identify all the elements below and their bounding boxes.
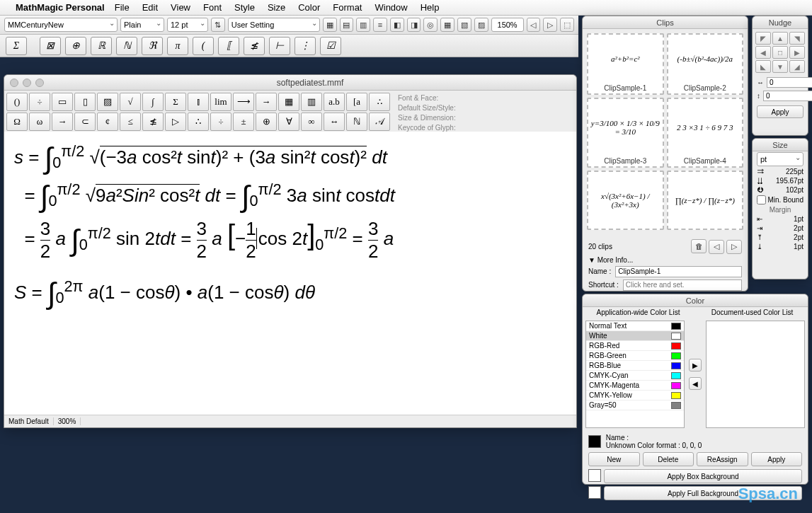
palette-btn-29[interactable]: ∀	[278, 113, 299, 131]
titlebar[interactable]: softpediatest.mmf	[4, 75, 576, 91]
nudge-h[interactable]	[767, 77, 812, 88]
app-color-list[interactable]: Normal TextWhiteRGB-RedRGB-GreenRGB-Blue…	[585, 321, 685, 428]
palette-btn-33[interactable]: 𝒜	[369, 113, 390, 131]
palette-btn-19[interactable]: →	[52, 113, 73, 131]
palette-btn-9[interactable]: lim	[210, 93, 231, 111]
tb-b[interactable]: ▤	[340, 18, 354, 32]
app-name[interactable]: MathMagic Personal	[16, 2, 105, 13]
color-row-6[interactable]: CMYK-Magenta	[586, 381, 684, 391]
menu-style[interactable]: Style	[234, 2, 255, 13]
palette-btn-4[interactable]: ▨	[97, 93, 118, 111]
color-apply[interactable]: Apply	[751, 452, 803, 466]
palette-btn-30[interactable]: ∞	[301, 113, 322, 131]
palette-btn-26[interactable]: ÷	[210, 113, 231, 131]
palette-btn-22[interactable]: ≤	[120, 113, 141, 131]
sym-7[interactable]: (	[193, 37, 214, 55]
palette-btn-20[interactable]: ⊂	[74, 113, 96, 131]
tb-e[interactable]: ◧	[390, 18, 404, 32]
tb-l[interactable]: ▷	[543, 18, 557, 32]
palette-btn-28[interactable]: ⊕	[256, 113, 277, 131]
tb-f[interactable]: ◨	[407, 18, 421, 32]
tb-j[interactable]: ▨	[474, 18, 488, 32]
nudge-se[interactable]: ◢	[789, 60, 805, 73]
menu-help[interactable]: Help	[421, 2, 440, 13]
palette-btn-15[interactable]: [a	[346, 93, 367, 111]
palette-btn-21[interactable]: ¢	[97, 113, 118, 131]
palette-btn-12[interactable]: ▦	[278, 93, 299, 111]
palette-btn-2[interactable]: ▭	[52, 93, 73, 111]
palette-btn-1[interactable]: ÷	[29, 93, 50, 111]
palette-btn-27[interactable]: ±	[233, 113, 254, 131]
palette-btn-11[interactable]: →	[256, 93, 277, 111]
palette-btn-7[interactable]: Σ	[165, 93, 186, 111]
color-reassign[interactable]: ReAssign	[697, 452, 748, 466]
sym-12[interactable]: ☑	[320, 37, 341, 55]
nudge-e[interactable]: ▶	[789, 46, 805, 59]
clip-name-input[interactable]	[615, 266, 742, 277]
sym-11[interactable]: ⋮	[295, 37, 316, 55]
color-row-0[interactable]: Normal Text	[586, 321, 684, 331]
next-icon[interactable]: ▷	[726, 240, 742, 254]
palette-btn-8[interactable]: ⫿	[188, 93, 209, 111]
minimize-icon[interactable]	[23, 79, 31, 87]
full-swatch[interactable]	[588, 486, 601, 499]
minbound-check[interactable]	[757, 195, 766, 204]
stepper[interactable]: ⇅	[211, 18, 225, 32]
tb-h[interactable]: ▦	[440, 18, 454, 32]
trash-icon[interactable]: 🗑	[691, 239, 707, 253]
size-unit[interactable]: pt	[757, 152, 804, 166]
palette-btn-6[interactable]: ∫	[142, 93, 164, 111]
nudge-sw[interactable]: ◣	[755, 60, 771, 73]
clip-shortcut-input[interactable]	[623, 279, 742, 291]
clip-item-1[interactable]: (-b±√(b²-4ac))/2aClipSample-2	[667, 33, 744, 95]
sym-5[interactable]: ℜ	[142, 37, 163, 55]
nudge-nw[interactable]: ◤	[755, 32, 771, 45]
style-select[interactable]: Plain	[120, 18, 164, 32]
sym-10[interactable]: ⊢	[269, 37, 290, 55]
sym-0[interactable]: Σ	[6, 37, 27, 55]
zoom-icon[interactable]	[35, 79, 44, 87]
palette-btn-23[interactable]: ≰	[142, 113, 164, 131]
nudge-w[interactable]: ◀	[755, 46, 771, 59]
menu-view[interactable]: View	[171, 2, 190, 13]
apply-box-bg[interactable]: Apply Box Background	[604, 469, 802, 483]
close-icon[interactable]	[10, 79, 18, 87]
clips-more[interactable]: ▼ More Info...	[588, 256, 633, 264]
nudge-s[interactable]: ▼	[772, 60, 788, 73]
sym-6[interactable]: π	[167, 37, 188, 55]
tb-m[interactable]: ⬚	[560, 18, 574, 32]
palette-btn-3[interactable]: ▯	[74, 93, 96, 111]
clip-item-4[interactable]: x√(3x²+6x−1) / (3x²+3x)	[587, 171, 664, 230]
menu-size[interactable]: Size	[268, 2, 285, 13]
sym-9[interactable]: ≰	[244, 37, 265, 55]
equation-editor[interactable]: s = ∫0π/2 √(−3a cos²t sint)² + (3a sin²t…	[4, 132, 576, 415]
menu-color[interactable]: Color	[298, 2, 320, 13]
tb-d[interactable]: ≡	[373, 18, 387, 32]
nudge-apply[interactable]: Apply	[757, 105, 804, 118]
color-row-1[interactable]: White	[586, 331, 684, 341]
palette-btn-16[interactable]: ⛬	[369, 93, 390, 111]
zoom-input[interactable]	[491, 18, 524, 32]
palette-btn-5[interactable]: √	[120, 93, 141, 111]
color-row-5[interactable]: CMYK-Cyan	[586, 371, 684, 381]
clip-item-3[interactable]: 2 3 ×3 1 ÷ 6 9 7 3ClipSample-4	[667, 98, 744, 168]
font-select[interactable]: MMCenturyNew	[4, 18, 118, 32]
palette-btn-32[interactable]: ℕ	[346, 113, 367, 131]
size-select[interactable]: 12 pt	[167, 18, 208, 32]
menu-edit[interactable]: Edit	[142, 2, 158, 13]
palette-btn-0[interactable]: ()	[6, 93, 28, 111]
nudge-ne[interactable]: ◥	[789, 32, 805, 45]
sym-4[interactable]: ℕ	[116, 37, 137, 55]
tb-i[interactable]: ▧	[457, 18, 471, 32]
tb-k[interactable]: ◁	[527, 18, 541, 32]
palette-btn-25[interactable]: ∴	[188, 113, 209, 131]
doc-color-list[interactable]	[706, 321, 805, 428]
sym-8[interactable]: ⟦	[218, 37, 239, 55]
move-left-icon[interactable]: ◀	[689, 377, 702, 390]
tb-a[interactable]: ▦	[323, 18, 337, 32]
color-row-8[interactable]: Gray=50	[586, 400, 684, 410]
clip-item-2[interactable]: y=3/100 × 1/3 × 10/9 = 3/10ClipSample-3	[587, 98, 664, 168]
color-delete[interactable]: Delete	[643, 452, 694, 466]
palette-btn-13[interactable]: ▥	[301, 93, 322, 111]
box-swatch[interactable]	[588, 469, 601, 482]
